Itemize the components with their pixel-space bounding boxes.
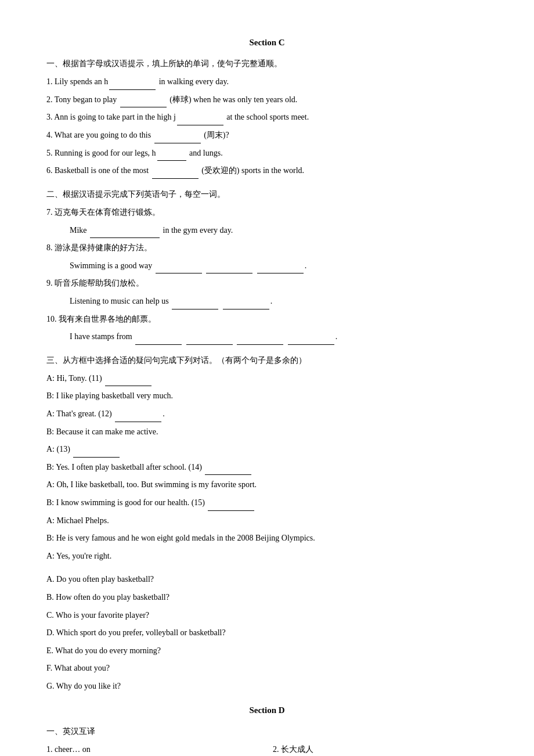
dialogue-line-5: A: (13) <box>46 442 488 458</box>
blank-14 <box>205 474 251 475</box>
blank-9b <box>223 309 269 309</box>
option-g: G. Why do you like it? <box>46 679 488 694</box>
part2-intro: 二、根据汉语提示完成下列英语句子，每空一词。 <box>46 187 488 201</box>
blank-8b <box>206 273 252 273</box>
dialogue-line-8: B: I know swimming is good for our healt… <box>46 495 488 511</box>
dialogue-line-6: B: Yes. I often play basketball after sc… <box>46 460 488 476</box>
blank-3 <box>177 125 223 125</box>
blank-1 <box>109 89 156 90</box>
dialogue-line-7: A: Oh, I like basketball, too. But swimm… <box>46 477 488 493</box>
option-e: E. What do you do every morning? <box>46 643 488 659</box>
blank-11 <box>105 386 151 386</box>
dialogue-line-1: A: Hi, Tony. (11) <box>46 371 488 387</box>
question-3: 3. Ann is going to take part in the high… <box>46 110 488 125</box>
blank-4 <box>154 143 201 143</box>
trans-1-right: 2. 长大成人 <box>273 742 488 756</box>
blank-6 <box>152 178 199 179</box>
option-c: C. Who is your favorite player? <box>46 608 488 624</box>
trans-1-left: 1. cheer… on <box>46 742 261 756</box>
dialogue-line-3: A: That's great. (12) . <box>46 406 488 422</box>
dialogue-line-10: B: He is very famous and he won eight go… <box>46 531 488 546</box>
option-a: A. Do you often play basketball? <box>46 572 488 588</box>
question-10-english: I have stamps from . <box>46 329 488 345</box>
blank-13 <box>73 457 120 458</box>
dialogue-line-9: A: Michael Phelps. <box>46 513 488 529</box>
section-c-title: Section C <box>46 35 488 51</box>
part3-intro: 三、从方框中选择合适的疑问句完成下列对话。（有两个句子是多余的） <box>46 353 488 368</box>
question-2: 2. Tony began to play (棒球) when he was o… <box>46 92 488 108</box>
blank-10b <box>186 344 233 345</box>
question-9-english: Listening to music can help us . <box>46 294 488 309</box>
question-7-english: Mike in the gym every day. <box>46 223 488 239</box>
blank-2 <box>120 107 167 107</box>
option-f: F. What about you? <box>46 661 488 676</box>
dialogue-line-11: A: Yes, you're right. <box>46 549 488 564</box>
dialogue-line-2: B: I like playing basketball very much. <box>46 388 488 404</box>
section-d-part1-intro: 一、英汉互译 <box>46 724 488 739</box>
question-8-english: Swimming is a good way . <box>46 258 488 274</box>
blank-12 <box>115 422 161 422</box>
option-d: D. Which sport do you prefer, volleyball… <box>46 625 488 641</box>
question-6: 6. Basketball is one of the most (受欢迎的) … <box>46 163 488 179</box>
question-1: 1. Lily spends an h in walking every day… <box>46 74 488 90</box>
part1-intro: 一、根据首字母或汉语提示，填上所缺的单词，使句子完整通顺。 <box>46 56 488 71</box>
blank-10c <box>237 344 283 345</box>
section-d-title: Section D <box>46 703 488 718</box>
blank-10d <box>288 344 334 345</box>
blank-10a <box>135 344 182 345</box>
blank-8c <box>257 273 304 273</box>
question-5: 5. Running is good for our legs, h and l… <box>46 146 488 161</box>
blank-8a <box>156 273 202 273</box>
dialogue-line-4: B: Because it can make me active. <box>46 424 488 440</box>
blank-7 <box>90 237 160 238</box>
question-4: 4. What are you going to do this (周末)? <box>46 128 488 143</box>
question-10-chinese: 10. 我有来自世界各地的邮票。 <box>46 312 488 327</box>
question-7-chinese: 7. 迈克每天在体育馆进行锻炼。 <box>46 205 488 221</box>
blank-15 <box>208 510 254 511</box>
question-9-chinese: 9. 听音乐能帮助我们放松。 <box>46 276 488 291</box>
blank-9a <box>172 309 218 309</box>
translation-grid: 1. cheer… on 2. 长大成人 3. play against 4. … <box>46 742 488 756</box>
option-b: B. How often do you play basketball? <box>46 590 488 606</box>
blank-5 <box>157 160 186 161</box>
question-8-chinese: 8. 游泳是保持健康的好方法。 <box>46 240 488 256</box>
